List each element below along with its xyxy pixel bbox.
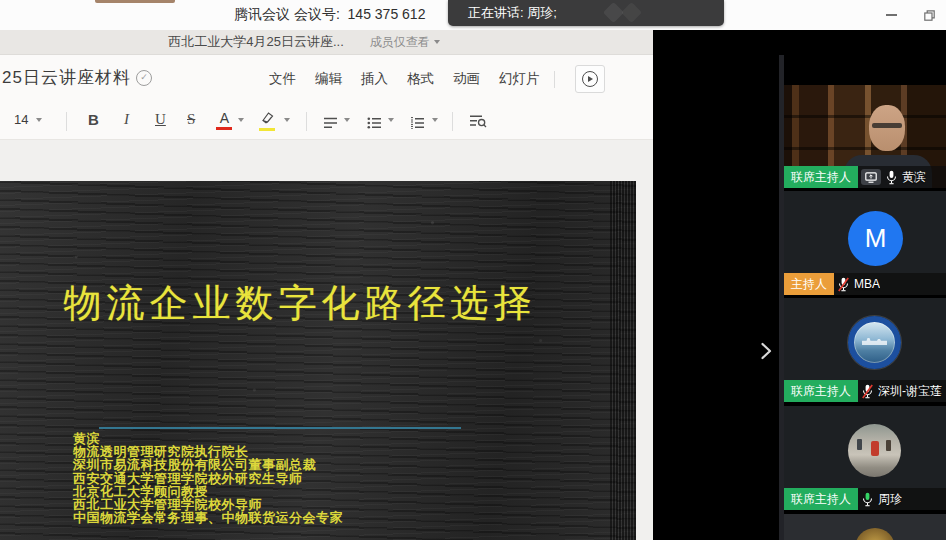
- font-color-swatch: [216, 127, 232, 130]
- bio-line: 西安交通大学管理学院校外研究生导师: [73, 472, 343, 485]
- mic-icon: [885, 169, 898, 186]
- chevron-down-icon[interactable]: [388, 118, 394, 122]
- divider: [554, 71, 555, 88]
- chevron-down-icon: [36, 118, 42, 122]
- chevron-down-icon[interactable]: [238, 118, 244, 122]
- font-color-letter: A: [220, 110, 229, 126]
- avatar-letter: M: [865, 223, 887, 254]
- tile-info-bar: 联席主持人 黄滨: [784, 166, 946, 188]
- bio-line: 中国物流学会常务理事、中物联货运分会专家: [73, 511, 343, 524]
- editor-window: 25日云讲座材料 ✓ 文件 编辑 插入 格式 动画 幻灯片 14 B I: [0, 55, 653, 540]
- restore-icon: [924, 10, 935, 21]
- role-badge: 联席主持人: [784, 166, 858, 188]
- tile-name-strip: 黄滨: [858, 166, 946, 188]
- bio-line: 深圳市易流科技股份有限公司董事副总裁: [73, 458, 343, 471]
- bullet-list-button[interactable]: [367, 115, 382, 132]
- member-view-dropdown[interactable]: 成员仅查看: [370, 34, 440, 51]
- editor-header: 25日云讲座材料 ✓ 文件 编辑 插入 格式 动画 幻灯片: [0, 55, 653, 103]
- speaking-text: 正在讲话: 周珍;: [468, 5, 557, 20]
- screen-sharing-icon: [861, 169, 881, 185]
- person-silhouette: [872, 123, 902, 128]
- play-icon: [582, 71, 598, 87]
- participant-name: 周珍: [878, 491, 902, 508]
- document-title: 25日云讲座材料: [2, 66, 131, 89]
- photo-avatar: [855, 528, 895, 540]
- video-tile-mba[interactable]: M 主持人 MBA: [784, 191, 946, 295]
- minimize-icon: [886, 14, 897, 16]
- avatar: M: [848, 211, 903, 266]
- slide-title: 物流企业数字化路径选择: [0, 278, 600, 329]
- role-badge: 联席主持人: [784, 380, 858, 402]
- chevron-down-icon: [434, 40, 440, 44]
- doc-tab-bar: 西北工业大学4月25日云讲座... 成员仅查看: [0, 30, 653, 55]
- expand-panel-chevron-icon[interactable]: [760, 342, 772, 360]
- divider: [452, 112, 453, 131]
- participant-name: MBA: [854, 277, 880, 291]
- meeting-title-bar: 腾讯会议 会议号: 145 375 612 正在讲话: 周珍;: [0, 0, 946, 30]
- minimize-button[interactable]: [884, 8, 898, 22]
- role-badge: 联席主持人: [784, 488, 858, 510]
- font-color-button[interactable]: A: [216, 110, 233, 130]
- menu-animation[interactable]: 动画: [453, 70, 480, 88]
- chevron-down-icon[interactable]: [432, 118, 438, 122]
- slide-canvas: 物流企业数字化路径选择 黄滨 物流透明管理研究院执行院长 深圳市易流科技股份有限…: [0, 140, 653, 540]
- tile-info-bar: 主持人 MBA: [784, 273, 946, 295]
- chevron-down-icon[interactable]: [344, 118, 350, 122]
- doc-tab[interactable]: 西北工业大学4月25日云讲座...: [168, 33, 344, 51]
- font-size-select[interactable]: 14: [14, 112, 42, 127]
- photo-avatar: [848, 424, 901, 477]
- menu-format[interactable]: 格式: [407, 70, 434, 88]
- find-replace-button[interactable]: [469, 114, 487, 131]
- align-button[interactable]: [323, 115, 338, 132]
- bullet-list-icon: [367, 117, 382, 129]
- format-toolbar: 14 B I U S A: [0, 103, 653, 140]
- logo-buildings: [862, 338, 887, 345]
- video-tile-partial[interactable]: [784, 514, 946, 540]
- numbered-list-icon: [410, 117, 425, 129]
- meeting-id-title: 腾讯会议 会议号: 145 375 612: [234, 0, 425, 30]
- restore-button[interactable]: [922, 8, 936, 22]
- find-in-text-icon: [469, 114, 487, 128]
- italic-button[interactable]: I: [124, 111, 129, 128]
- divider: [306, 112, 307, 131]
- speaking-indicator: 正在讲话: 周珍;: [448, 0, 724, 26]
- member-view-label: 成员仅查看: [370, 34, 430, 51]
- align-left-icon: [323, 117, 338, 129]
- menu-slideshow[interactable]: 幻灯片: [499, 70, 540, 88]
- slideshow-play-button[interactable]: [575, 65, 605, 93]
- participant-name: 黄滨: [902, 169, 926, 186]
- highlight-color-button[interactable]: [259, 110, 277, 131]
- chevron-down-icon[interactable]: [284, 118, 290, 122]
- menu-edit[interactable]: 编辑: [315, 70, 342, 88]
- menu-bar: 文件 编辑 插入 格式 动画 幻灯片: [269, 55, 540, 103]
- video-tile-zhouzhen[interactable]: 联席主持人 周珍: [784, 406, 946, 510]
- underline-button[interactable]: U: [155, 111, 166, 128]
- role-badge: 主持人: [784, 273, 834, 295]
- bold-button[interactable]: B: [88, 111, 99, 128]
- mic-active-icon: [861, 491, 874, 508]
- numbered-list-button[interactable]: [410, 115, 425, 132]
- font-size-value: 14: [14, 112, 28, 127]
- saved-check-icon: ✓: [136, 70, 152, 86]
- tile-info-bar: 联席主持人 深圳-谢宝莲: [784, 380, 946, 402]
- screen: 腾讯会议 会议号: 145 375 612 正在讲话: 周珍; 西北工业大学4月…: [0, 0, 946, 540]
- highlighter-icon: [259, 111, 275, 124]
- tile-name-strip: 周珍: [858, 488, 946, 510]
- tile-info-bar: 联席主持人 周珍: [784, 488, 946, 510]
- video-tile-huangbin[interactable]: 联席主持人 黄滨: [784, 85, 946, 188]
- highlight-color-swatch: [259, 128, 275, 131]
- university-logo-avatar: [848, 316, 901, 369]
- window-controls: [884, 0, 940, 30]
- mic-muted-icon: [861, 383, 874, 400]
- slide[interactable]: 物流企业数字化路径选择 黄滨 物流透明管理研究院执行院长 深圳市易流科技股份有限…: [0, 181, 636, 540]
- menu-insert[interactable]: 插入: [361, 70, 388, 88]
- menu-file[interactable]: 文件: [269, 70, 296, 88]
- cutoff-window-edge: [95, 0, 175, 3]
- mic-muted-icon: [837, 276, 850, 293]
- video-tile-xiebaolian[interactable]: 联席主持人 深圳-谢宝莲: [784, 298, 946, 402]
- speaker-bio: 黄滨 物流透明管理研究院执行院长 深圳市易流科技股份有限公司董事副总裁 西安交通…: [73, 432, 343, 524]
- slide-divider-line: [99, 427, 461, 429]
- participant-name: 深圳-谢宝莲: [878, 383, 942, 400]
- strikethrough-button[interactable]: S: [187, 111, 195, 128]
- tile-name-strip: 深圳-谢宝莲: [858, 380, 946, 402]
